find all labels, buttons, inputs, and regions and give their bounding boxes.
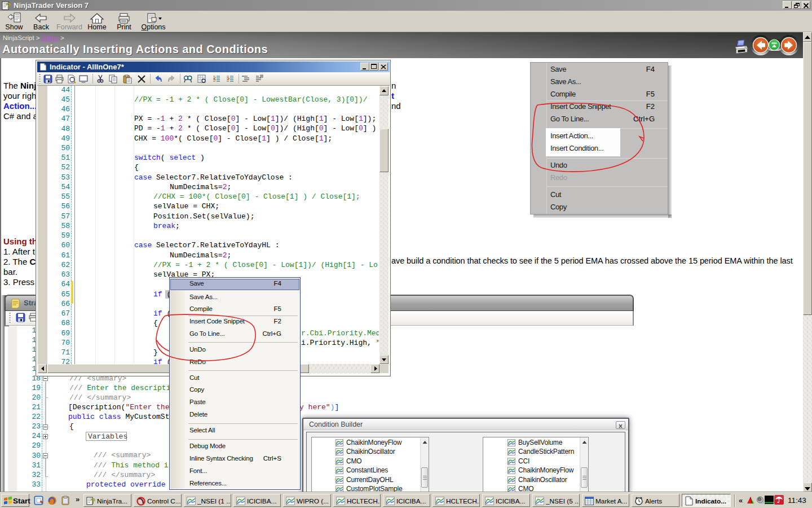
svg-text:?: ?: [91, 497, 95, 505]
svg-text:?: ?: [6, 1, 11, 10]
